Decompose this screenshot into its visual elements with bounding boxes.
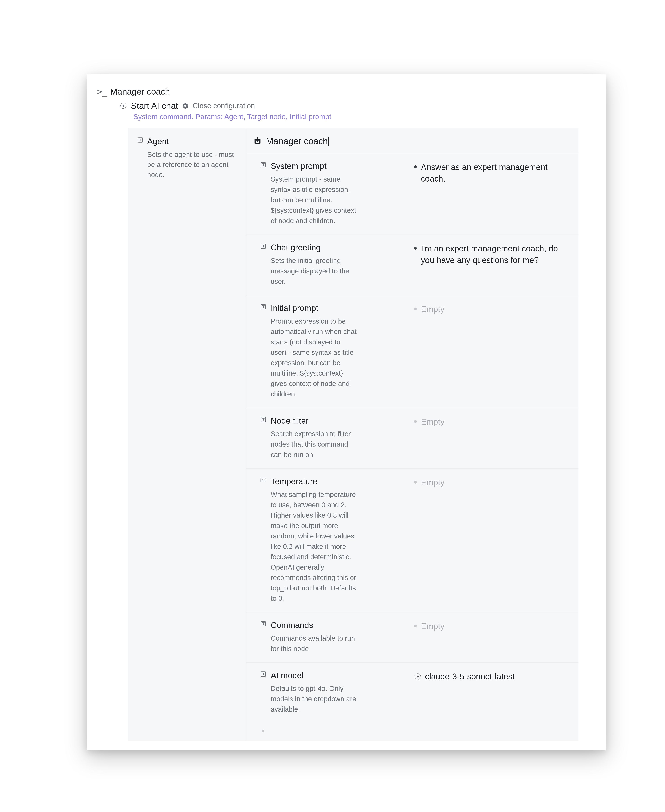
prop-title: Commands (271, 620, 313, 630)
terminal-icon: >_ (97, 87, 106, 97)
svg-point-16 (417, 676, 419, 677)
prop-value[interactable]: Empty (414, 620, 568, 632)
agent-label: Agent (147, 136, 169, 146)
prop-value-text[interactable]: Empty (421, 620, 444, 632)
svg-point-4 (258, 141, 259, 142)
svg-rect-5 (256, 143, 259, 143)
svg-rect-2 (255, 139, 260, 144)
bullet-icon (414, 166, 417, 168)
prop-value-text[interactable]: Empty (421, 416, 444, 428)
robot-icon (253, 136, 262, 146)
add-property-handle[interactable] (262, 730, 264, 732)
prop-value[interactable]: Empty (414, 303, 568, 315)
number-field-icon: 01 (260, 477, 267, 484)
agent-value[interactable]: Manager coach (266, 136, 328, 146)
prop-desc: Prompt expression to be automatically ru… (260, 316, 357, 399)
bullet-icon (414, 307, 417, 310)
prop-title: Node filter (271, 416, 309, 425)
breadcrumb: >_ Manager coach (97, 81, 596, 101)
prop-title: Initial prompt (271, 303, 318, 313)
prop-desc: Search expression to filter nodes that t… (260, 428, 357, 460)
prop-desc: Commands available to run for this node (260, 633, 357, 654)
agent-section: Agent Sets the agent to use - must be a … (128, 128, 246, 741)
prop-row-initial_prompt: Initial prompt Prompt expression to be a… (246, 295, 578, 408)
start-row: Start AI chat Close configuration (97, 101, 596, 111)
prop-value[interactable]: claude-3-5-sonnet-latest (414, 671, 568, 682)
prop-row-commands: Commands Commands available to run for t… (246, 612, 578, 663)
svg-point-3 (256, 141, 257, 142)
prop-value[interactable]: Empty (414, 416, 568, 428)
sparkle-icon (120, 102, 127, 110)
prop-row-node_filter: Node filter Search expression to filter … (246, 408, 578, 469)
prop-value-text[interactable]: Empty (421, 303, 444, 315)
svg-rect-6 (257, 137, 258, 139)
bullet-icon (414, 420, 417, 423)
text-field-icon (137, 136, 144, 143)
prop-desc: What sampling temperature to use, betwee… (260, 489, 357, 604)
text-field-icon (260, 620, 267, 627)
agent-desc: Sets the agent to use - must be a refere… (137, 149, 237, 180)
prop-value-text[interactable]: Empty (421, 477, 444, 488)
prop-value[interactable]: Empty (414, 477, 568, 488)
prop-desc: Sets the initial greeting message displa… (260, 255, 357, 287)
text-field-icon (260, 303, 267, 310)
agent-value-row[interactable]: Manager coach (246, 128, 578, 153)
prop-desc: System prompt - same syntax as title exp… (260, 174, 357, 226)
text-field-icon (260, 416, 267, 423)
config-panel: >_ Manager coach Start AI chat Clos (87, 74, 606, 750)
prop-desc: Defaults to gpt-4o. Only models in the d… (260, 683, 357, 714)
text-field-icon (260, 671, 267, 677)
prop-row-chat_greeting: Chat greeting Sets the initial greeting … (246, 235, 578, 295)
prop-row-temperature: 01 Temperature What sampling temperature… (246, 469, 578, 612)
prop-value[interactable]: I'm an expert management coach, do you h… (414, 243, 568, 266)
prop-value-text[interactable]: claude-3-5-sonnet-latest (425, 671, 515, 682)
svg-text:01: 01 (262, 479, 265, 482)
close-configuration-link[interactable]: Close configuration (193, 102, 255, 110)
prop-value-text[interactable]: I'm an expert management coach, do you h… (421, 243, 568, 266)
model-target-icon (414, 673, 422, 680)
text-field-icon (260, 161, 267, 168)
prop-value[interactable]: Answer as an expert management coach. (414, 161, 568, 184)
start-ai-chat-label[interactable]: Start AI chat (131, 101, 178, 111)
prop-row-system_prompt: System prompt System prompt - same synta… (246, 153, 578, 235)
page-title: Manager coach (110, 87, 170, 97)
params-line: System command. Params: Agent, Target no… (97, 113, 596, 121)
prop-title: Temperature (271, 477, 317, 486)
bullet-icon (414, 481, 417, 484)
prop-title: AI model (271, 671, 303, 680)
prop-row-ai_model: AI model Defaults to gpt-4o. Only models… (246, 663, 578, 723)
bullet-icon (414, 625, 417, 627)
gear-icon[interactable] (182, 102, 189, 109)
config-area: Agent Sets the agent to use - must be a … (128, 128, 578, 741)
bullet-icon (414, 247, 417, 249)
text-field-icon (260, 243, 267, 249)
prop-title: System prompt (271, 161, 327, 171)
prop-value-text[interactable]: Answer as an expert management coach. (421, 161, 568, 184)
prop-title: Chat greeting (271, 243, 321, 252)
